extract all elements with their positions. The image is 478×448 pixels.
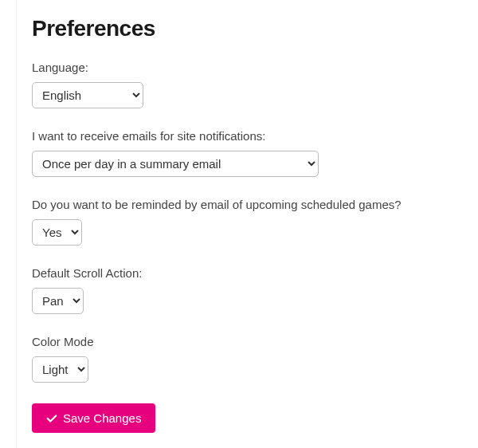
email-notifications-field: I want to receive emails for site notifi… <box>32 129 470 177</box>
color-mode-select[interactable]: Light <box>32 356 88 383</box>
page-title: Preferences <box>32 16 470 41</box>
scroll-action-label: Default Scroll Action: <box>32 266 470 280</box>
game-reminders-select[interactable]: Yes <box>32 219 82 246</box>
color-mode-label: Color Mode <box>32 335 470 348</box>
language-field: Language: English <box>32 61 470 108</box>
language-select[interactable]: English <box>32 82 143 108</box>
scroll-action-select[interactable]: Pan <box>32 288 84 314</box>
language-label: Language: <box>32 61 470 74</box>
scroll-action-field: Default Scroll Action: Pan <box>32 266 470 314</box>
save-button[interactable]: Save Changes <box>32 403 155 433</box>
preferences-panel: Preferences Language: English I want to … <box>0 0 478 448</box>
email-notifications-select[interactable]: Once per day in a summary email <box>32 151 319 177</box>
left-divider <box>16 0 17 448</box>
save-button-label: Save Changes <box>63 411 141 425</box>
game-reminders-label: Do you want to be reminded by email of u… <box>32 198 470 211</box>
email-notifications-label: I want to receive emails for site notifi… <box>32 129 470 143</box>
check-icon <box>46 413 57 424</box>
game-reminders-field: Do you want to be reminded by email of u… <box>32 198 470 246</box>
color-mode-field: Color Mode Light <box>32 335 470 383</box>
